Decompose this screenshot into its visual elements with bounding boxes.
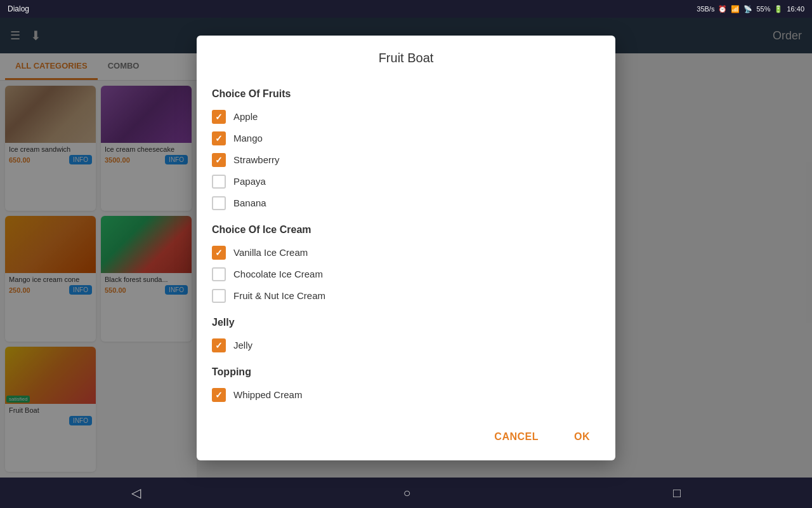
battery-level: 55% bbox=[756, 5, 770, 13]
wifi-icon: 📶 bbox=[731, 5, 740, 13]
option-label-apple: Apple bbox=[233, 111, 258, 122]
status-right: 35B/s ⏰ 📶 📡 55% 🔋 16:40 bbox=[697, 5, 804, 13]
back-button[interactable]: ◁ bbox=[131, 485, 141, 500]
checkbox-apple[interactable] bbox=[212, 110, 226, 124]
signal-icon: 📡 bbox=[743, 5, 752, 13]
checkbox-jelly[interactable] bbox=[212, 338, 226, 352]
clock: 16:40 bbox=[787, 5, 804, 13]
option-label-banana: Banana bbox=[233, 197, 266, 208]
ok-button[interactable]: OK bbox=[564, 426, 600, 448]
battery-icon: 🔋 bbox=[774, 5, 783, 13]
option-row-apple: Apple bbox=[212, 106, 600, 128]
checkbox-chocolate[interactable] bbox=[212, 267, 226, 281]
dialog-body: Choice Of Fruits Apple Mango Strawberry … bbox=[197, 73, 615, 416]
bottom-nav: ◁ ○ □ bbox=[0, 478, 812, 508]
checkbox-mango[interactable] bbox=[212, 131, 226, 145]
dialog-actions: CANCEL OK bbox=[197, 416, 615, 460]
option-label-jelly: Jelly bbox=[233, 340, 252, 351]
cancel-button[interactable]: CANCEL bbox=[484, 426, 549, 448]
recents-button[interactable]: □ bbox=[673, 486, 681, 500]
home-button[interactable]: ○ bbox=[403, 486, 410, 500]
option-row-banana: Banana bbox=[212, 192, 600, 214]
network-speed: 35B/s bbox=[697, 5, 714, 13]
option-row-papaya: Papaya bbox=[212, 171, 600, 192]
checkbox-vanilla[interactable] bbox=[212, 246, 226, 260]
dialog-title: Fruit Boat bbox=[197, 36, 615, 73]
option-row-whippedcream: Whipped Cream bbox=[212, 384, 600, 406]
dialog-overlay: Fruit Boat Choice Of Fruits Apple Mango … bbox=[0, 18, 812, 478]
option-row-strawberry: Strawberry bbox=[212, 149, 600, 171]
option-row-fruitnut: Fruit & Nut Ice Cream bbox=[212, 285, 600, 307]
option-row-chocolate: Chocolate Ice Cream bbox=[212, 264, 600, 285]
checkbox-whippedcream[interactable] bbox=[212, 388, 226, 402]
checkbox-banana[interactable] bbox=[212, 196, 226, 210]
section-title-fruits: Choice Of Fruits bbox=[212, 88, 600, 100]
dialog: Fruit Boat Choice Of Fruits Apple Mango … bbox=[197, 36, 615, 460]
section-title-topping: Topping bbox=[212, 366, 600, 378]
checkbox-strawberry[interactable] bbox=[212, 153, 226, 167]
option-row-vanilla: Vanilla Ice Cream bbox=[212, 242, 600, 264]
option-label-papaya: Papaya bbox=[233, 176, 266, 187]
option-label-vanilla: Vanilla Ice Cream bbox=[233, 247, 308, 258]
alarm-icon: ⏰ bbox=[718, 5, 727, 13]
option-label-whippedcream: Whipped Cream bbox=[233, 389, 302, 400]
option-label-fruitnut: Fruit & Nut Ice Cream bbox=[233, 290, 325, 301]
option-label-chocolate: Chocolate Ice Cream bbox=[233, 269, 323, 279]
option-row-mango: Mango bbox=[212, 128, 600, 149]
app-name: Dialog bbox=[8, 4, 29, 13]
section-title-icecream: Choice Of Ice Cream bbox=[212, 224, 600, 236]
option-row-jelly: Jelly bbox=[212, 335, 600, 356]
section-title-jelly: Jelly bbox=[212, 317, 600, 328]
option-label-mango: Mango bbox=[233, 133, 263, 144]
status-bar: Dialog 35B/s ⏰ 📶 📡 55% 🔋 16:40 bbox=[0, 0, 812, 18]
checkbox-fruitnut[interactable] bbox=[212, 289, 226, 303]
checkbox-papaya[interactable] bbox=[212, 175, 226, 189]
option-label-strawberry: Strawberry bbox=[233, 154, 280, 165]
